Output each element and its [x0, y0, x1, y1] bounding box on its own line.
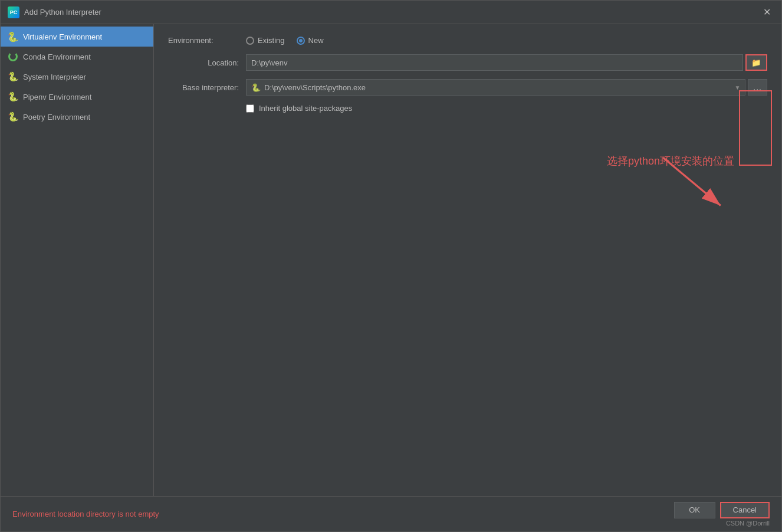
sidebar-item-conda[interactable]: Conda Environment — [1, 47, 153, 67]
main-content: Environment: Existing New Location: — [154, 24, 781, 496]
sidebar: 🐍 Virtualenv Environment Conda Environme… — [1, 24, 154, 496]
sidebar-item-system[interactable]: 🐍 System Interpreter — [1, 67, 153, 87]
location-input[interactable] — [246, 54, 743, 71]
inherit-checkbox-row: Inherit global site-packages — [246, 104, 767, 113]
sidebar-item-pipenv[interactable]: 🐍 Pipenv Environment — [1, 87, 153, 107]
location-browse-button[interactable]: 📁 — [745, 54, 767, 71]
existing-radio[interactable] — [246, 37, 254, 45]
new-radio[interactable] — [297, 37, 305, 45]
pycharm-icon: PC — [8, 6, 19, 18]
existing-radio-option[interactable]: Existing — [246, 36, 285, 45]
base-interpreter-value: D:\py\venv\Scripts\python.exe — [264, 83, 366, 92]
dropdown-arrow-icon: ▼ — [734, 84, 740, 91]
footer-right: OK Cancel CSDN @Dorrill — [674, 502, 770, 527]
new-radio-option[interactable]: New — [297, 36, 324, 45]
sidebar-label-conda: Conda Environment — [23, 52, 91, 61]
sidebar-item-virtualenv[interactable]: 🐍 Virtualenv Environment — [1, 27, 153, 47]
close-button[interactable]: ✕ — [760, 5, 774, 19]
annotation-text: 选择python环境安装的位置 — [607, 155, 734, 167]
cancel-button[interactable]: Cancel — [720, 502, 770, 518]
add-python-interpreter-dialog: PC Add Python Interpreter ✕ 🐍 Virtualenv… — [0, 0, 782, 532]
system-interpreter-icon: 🐍 — [8, 71, 18, 82]
environment-label: Environment: — [168, 36, 239, 45]
location-label: Location: — [168, 58, 239, 67]
sidebar-label-virtualenv: Virtualenv Environment — [23, 32, 102, 41]
virtualenv-icon: 🐍 — [8, 31, 18, 42]
title-bar-left: PC Add Python Interpreter — [8, 6, 101, 18]
dialog-body: 🐍 Virtualenv Environment Conda Environme… — [1, 24, 781, 496]
dialog-title: Add Python Interpreter — [24, 8, 101, 17]
footer: Environment location directory is not em… — [1, 496, 781, 531]
base-interpreter-label: Base interpreter: — [168, 83, 239, 92]
annotation-area: 选择python环境安装的位置 — [607, 154, 734, 168]
inherit-checkbox[interactable] — [246, 104, 254, 113]
title-bar: PC Add Python Interpreter ✕ — [1, 1, 781, 24]
base-interpreter-row: Base interpreter: 🐍 D:\py\venv\Scripts\p… — [168, 79, 767, 96]
footer-buttons: OK Cancel — [674, 502, 770, 518]
pipenv-icon: 🐍 — [8, 91, 18, 102]
new-radio-label: New — [308, 36, 324, 45]
base-interpreter-input-group: 🐍 D:\py\venv\Scripts\python.exe ▼ ... — [246, 79, 767, 96]
location-row: Location: 📁 — [168, 54, 767, 71]
python-icon-small: 🐍 — [251, 83, 261, 92]
inherit-label: Inherit global site-packages — [259, 104, 352, 113]
existing-radio-label: Existing — [258, 36, 285, 45]
error-message: Environment location directory is not em… — [12, 510, 159, 518]
radio-group: Existing New — [246, 36, 324, 45]
base-interpreter-select[interactable]: 🐍 D:\py\venv\Scripts\python.exe ▼ — [246, 79, 745, 96]
csdn-watermark: CSDN @Dorrill — [726, 520, 770, 527]
sidebar-label-pipenv: Pipenv Environment — [23, 93, 91, 101]
conda-icon — [8, 51, 18, 62]
sidebar-label-system: System Interpreter — [23, 73, 86, 81]
base-interpreter-browse-button[interactable]: ... — [748, 79, 767, 96]
highlight-box — [739, 90, 772, 166]
location-input-group: 📁 — [246, 54, 767, 71]
folder-icon: 📁 — [751, 58, 761, 67]
environment-row: Environment: Existing New — [168, 36, 767, 45]
sidebar-item-poetry[interactable]: 🐍 Poetry Environment — [1, 107, 153, 127]
sidebar-label-poetry: Poetry Environment — [23, 113, 90, 121]
dots-icon: ... — [753, 83, 762, 92]
poetry-icon: 🐍 — [8, 111, 18, 122]
ok-button[interactable]: OK — [674, 502, 715, 518]
